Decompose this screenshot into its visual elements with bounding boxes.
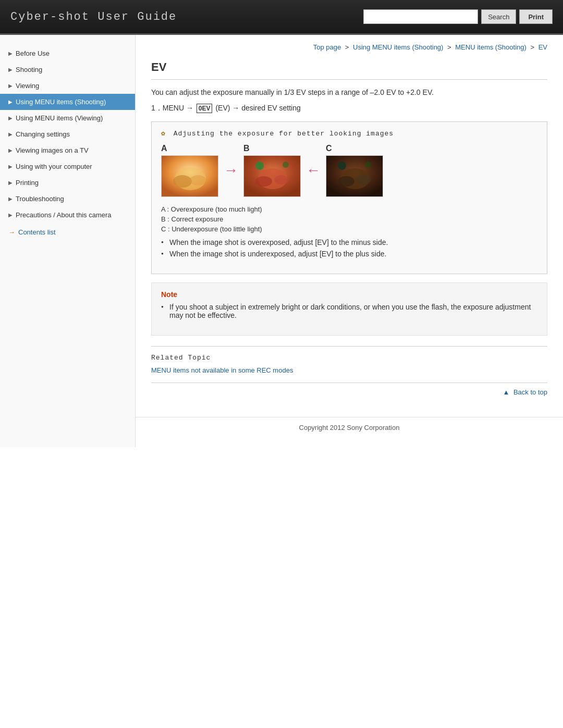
sidebar-item-changing-settings[interactable]: ▶ Changing settings: [0, 126, 135, 142]
body-text: You can adjust the exposure manually in …: [151, 88, 547, 96]
related-link[interactable]: MENU items not available in some REC mod…: [151, 366, 293, 374]
exposure-label-a: A : Overexposure (too much light): [161, 205, 537, 213]
content-area: Top page > Using MENU items (Shooting) >…: [136, 35, 563, 447]
image-a-container: A: [161, 144, 218, 197]
sidebar-item-using-computer[interactable]: ▶ Using with your computer: [0, 158, 135, 175]
images-row: A: [161, 144, 537, 197]
arrow-right-icon: →: [8, 228, 15, 236]
sidebar-item-before-use[interactable]: ▶ Before Use: [0, 45, 135, 61]
svg-point-2: [173, 175, 192, 188]
sidebar-item-using-menu-shooting[interactable]: ▶ Using MENU items (Shooting): [0, 94, 135, 110]
tip-header: ✿ Adjusting the exposure for better look…: [161, 129, 537, 138]
chevron-right-icon: ▶: [8, 83, 13, 89]
svg-point-7: [274, 175, 289, 184]
print-button[interactable]: Print: [519, 9, 553, 24]
breadcrumb: Top page > Using MENU items (Shooting) >…: [151, 43, 547, 51]
svg-point-8: [255, 162, 264, 170]
sidebar-item-shooting[interactable]: ▶ Shooting: [0, 61, 135, 78]
bullet-item-1: When the image shot is overexposed, adju…: [161, 238, 537, 246]
sidebar: ▶ Before Use ▶ Shooting ▶ Viewing ▶ Usin…: [0, 35, 136, 447]
tip-box: ✿ Adjusting the exposure for better look…: [151, 121, 547, 274]
image-c-container: C: [326, 144, 383, 197]
sidebar-item-viewing[interactable]: ▶ Viewing: [0, 78, 135, 94]
app-title: Cyber-shot User Guide: [10, 10, 177, 23]
note-box: Note If you shoot a subject in extremely…: [151, 282, 547, 336]
chevron-right-icon: ▶: [8, 212, 13, 218]
header: Cyber-shot User Guide Search Print: [0, 0, 563, 35]
image-a: [161, 155, 218, 197]
svg-point-15: [365, 162, 371, 168]
breadcrumb-using-menu-shooting[interactable]: Using MENU items (Shooting): [353, 43, 443, 51]
image-b-container: B: [243, 144, 301, 197]
chevron-right-icon: ▶: [8, 99, 13, 105]
chevron-right-icon: ▶: [8, 51, 13, 56]
note-label: Note: [161, 290, 537, 299]
chevron-right-icon: ▶: [8, 180, 13, 186]
chevron-right-icon: ▶: [8, 131, 13, 137]
page-title: EV: [151, 60, 547, 80]
back-to-top-row: ▲ Back to top: [151, 382, 547, 401]
sidebar-item-viewing-tv[interactable]: ▶ Viewing images on a TV: [0, 142, 135, 158]
exposure-label-c: C : Underexposure (too little light): [161, 225, 537, 233]
search-input[interactable]: [363, 9, 478, 24]
breadcrumb-menu-items-shooting[interactable]: MENU items (Shooting): [455, 43, 527, 51]
sidebar-item-precautions[interactable]: ▶ Precautions / About this camera: [0, 207, 135, 223]
sidebar-item-using-menu-viewing[interactable]: ▶ Using MENU items (Viewing): [0, 110, 135, 126]
sidebar-item-troubleshooting[interactable]: ▶ Troubleshooting: [0, 191, 135, 207]
arrow-right-pink: ←: [306, 162, 321, 179]
svg-point-12: [338, 176, 354, 187]
chevron-right-icon: ▶: [8, 67, 13, 72]
breadcrumb-ev[interactable]: EV: [538, 43, 547, 51]
sidebar-item-printing[interactable]: ▶ Printing: [0, 175, 135, 191]
back-arrow-icon: ▲: [503, 388, 509, 396]
svg-point-9: [283, 162, 289, 168]
image-c: [326, 155, 383, 197]
search-area: Search Print: [363, 9, 553, 24]
back-to-top-link[interactable]: ▲ Back to top: [503, 388, 547, 396]
note-bullet-list: If you shoot a subject in extremely brig…: [161, 303, 537, 319]
svg-point-6: [255, 176, 272, 187]
chevron-right-icon: ▶: [8, 196, 13, 202]
main-layout: ▶ Before Use ▶ Shooting ▶ Viewing ▶ Usin…: [0, 35, 563, 447]
bullet-item-2: When the image shot is underexposed, adj…: [161, 250, 537, 258]
svg-point-3: [190, 175, 206, 186]
chevron-right-icon: ▶: [8, 115, 13, 121]
search-button[interactable]: Search: [481, 9, 516, 24]
ev-icon: 0EV: [197, 104, 213, 113]
tip-icon: ✿: [161, 130, 166, 138]
content: Top page > Using MENU items (Shooting) >…: [136, 35, 563, 417]
related-label: Related Topic: [151, 354, 547, 362]
related-section: Related Topic MENU items not available i…: [151, 346, 547, 374]
contents-list-link[interactable]: → Contents list: [0, 223, 135, 241]
chevron-right-icon: ▶: [8, 164, 13, 169]
exposure-label-b: B : Correct exposure: [161, 215, 537, 223]
chevron-right-icon: ▶: [8, 147, 13, 153]
step-1: 1．MENU → 0EV (EV) → desired EV setting: [151, 104, 547, 113]
footer: Copyright 2012 Sony Corporation: [136, 417, 563, 447]
arrow-left-pink: →: [224, 162, 238, 179]
svg-point-14: [338, 162, 346, 170]
breadcrumb-top[interactable]: Top page: [313, 43, 341, 51]
svg-point-13: [357, 175, 371, 184]
note-bullet-item: If you shoot a subject in extremely brig…: [161, 303, 537, 319]
image-b: [243, 155, 301, 197]
image-b-label: B: [243, 144, 301, 153]
bullet-list: When the image shot is overexposed, adju…: [161, 238, 537, 258]
image-c-label: C: [326, 144, 383, 153]
exposure-labels: A : Overexposure (too much light) B : Co…: [161, 205, 537, 233]
image-a-label: A: [161, 144, 218, 153]
